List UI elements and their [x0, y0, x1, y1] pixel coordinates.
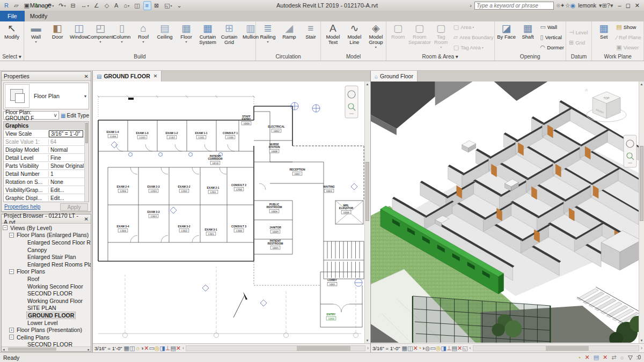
ribbon-button[interactable]: ↖ Modify: [1, 22, 23, 53]
status-icon[interactable]: ◔: [577, 354, 581, 361]
ribbon-button[interactable]: ⊞ Grid: [567, 38, 590, 48]
ribbon-button[interactable]: ▦ Floor ▾: [175, 22, 197, 53]
tree-item[interactable]: SECOND FLOOR: [2, 341, 91, 347]
qat-button[interactable]: ↔ ▾: [79, 1, 91, 10]
edit-type-button[interactable]: ▦ Edit Type: [61, 113, 89, 119]
property-row[interactable]: Graphics: [4, 122, 84, 130]
window-control[interactable]: ◻: [624, 2, 633, 9]
view-bar-icon[interactable]: ◍: [425, 345, 430, 351]
ribbon-button[interactable]: ◠ Dormer: [539, 42, 567, 53]
tree-item[interactable]: − Views (By Level): [2, 224, 91, 232]
tree-item[interactable]: Roof: [2, 275, 91, 283]
file-tab[interactable]: File: [0, 11, 25, 21]
property-row[interactable]: Scale Value 1: 64: [4, 138, 84, 146]
ribbon-button[interactable]: ◰ Component ▾: [90, 22, 111, 53]
tree-item[interactable]: Canopy: [2, 246, 91, 254]
infocenter-arrow-icon[interactable]: ›: [470, 2, 472, 9]
ribbon-button[interactable]: ▬ Wall ▾: [25, 22, 47, 53]
ribbon-button[interactable]: ▱ Area Boundary: [452, 32, 496, 42]
ribbon-button[interactable]: ◧ Door: [47, 22, 68, 53]
qat-button[interactable]: R: [2, 1, 11, 10]
tree-item[interactable]: Working Ground Floor: [2, 297, 91, 305]
qat-button[interactable]: ⊠: [152, 1, 162, 10]
scroll-right-arrow[interactable]: ›: [367, 345, 369, 351]
qat-button[interactable]: ⊟: [69, 1, 78, 10]
navigation-bar[interactable]: [345, 86, 358, 118]
ribbon-button[interactable]: ≣ Railing ▾: [257, 22, 279, 53]
tree-item[interactable]: SITE PLAN: [2, 305, 91, 312]
properties-scrollbar[interactable]: [84, 122, 89, 202]
status-icon[interactable]: ✕: [584, 354, 589, 361]
view-bar-icon[interactable]: ✕: [176, 345, 181, 351]
property-row[interactable]: Visibility/Grap... Edit...: [4, 186, 84, 194]
ribbon-button[interactable]: ∕ Ref Plane: [614, 32, 644, 42]
title-icon[interactable]: ⊞: [602, 2, 607, 9]
scroll-left-arrow[interactable]: ‹: [182, 345, 184, 351]
ribbon-button[interactable]: ▢ Tag Area ▾: [452, 42, 496, 53]
tab-ground-floor-3d[interactable]: ⌂ Ground Floor: [371, 71, 418, 82]
title-icon[interactable]: ☆: [565, 2, 570, 9]
ribbon-button[interactable]: ▦ Curtain System: [197, 22, 218, 53]
tab-ground-floor-plan[interactable]: ▤ GROUND FLOOR ✕: [93, 71, 162, 82]
title-icon[interactable]: ⌾: [557, 2, 560, 9]
ribbon-button[interactable]: ◢ Ramp: [279, 22, 300, 53]
ribbon-button[interactable]: ▦ Shaft: [517, 22, 539, 53]
scroll-right-arrow[interactable]: ›: [641, 345, 642, 351]
ribbon-button[interactable]: ⌂ Roof ▾: [133, 22, 154, 53]
ribbon-button[interactable]: ◪ By Face: [496, 22, 517, 53]
view-bar-icon[interactable]: ▦: [402, 345, 407, 351]
ribbon-button[interactable]: ▯ Vertical: [539, 32, 567, 42]
search-input[interactable]: [474, 2, 554, 10]
navigation-bar[interactable]: [624, 135, 636, 167]
signed-in-user[interactable]: lemonk: [578, 2, 596, 9]
property-row[interactable]: Detail Level Fine: [4, 154, 84, 162]
view-bar-icon[interactable]: ▤: [170, 345, 175, 351]
properties-help-link[interactable]: Properties help: [4, 204, 40, 210]
window-control[interactable]: ✕: [633, 2, 642, 9]
tree-item[interactable]: Lower Level: [2, 319, 91, 327]
ribbon-button[interactable]: ▢ Room Separator: [409, 22, 430, 53]
ribbon-button[interactable]: ▣ Viewer: [614, 42, 644, 53]
status-icon[interactable]: ▤: [594, 354, 599, 361]
qat-button[interactable]: ⌂ ▾: [121, 1, 131, 10]
title-icon[interactable]: ◉: [570, 2, 576, 9]
ribbon-button[interactable]: ⊞ Curtain Grid: [218, 22, 240, 53]
panel-label[interactable]: Select ▾: [1, 53, 23, 61]
ribbon-button[interactable]: ▦ Set: [593, 22, 614, 53]
tree-item[interactable]: Working Second Floor: [2, 283, 91, 290]
ribbon-tab[interactable]: Manage: [25, 0, 67, 11]
close-icon[interactable]: ✕: [84, 216, 89, 222]
scroll-left-arrow[interactable]: ‹: [470, 345, 471, 351]
qat-button[interactable]: ◫: [132, 1, 142, 10]
property-row[interactable]: View Scale 3/16" = 1'-0": [4, 130, 84, 138]
filter-icon[interactable]: ▽: [628, 354, 632, 361]
view-bar-icon[interactable]: ◑: [421, 345, 425, 351]
qat-button[interactable]: ∠: [92, 1, 102, 10]
qat-button[interactable]: ◇: [103, 1, 112, 10]
view-bar-icon[interactable]: ◫: [129, 345, 135, 351]
ribbon-button[interactable]: A Model Text: [322, 22, 343, 53]
close-icon[interactable]: ✕: [153, 73, 158, 79]
view-selector-combo[interactable]: Floor Plan: GROUND F ˅: [3, 111, 59, 120]
view-bar-icon[interactable]: ◨: [441, 345, 447, 351]
tree-item[interactable]: Enlarged Rest Rooms Pla: [2, 261, 91, 268]
ribbon-button[interactable]: ◫ Window: [68, 22, 90, 53]
expand-collapse-icon[interactable]: −: [9, 335, 14, 339]
chevron-down-icon[interactable]: ▾: [82, 94, 89, 99]
expand-collapse-icon[interactable]: −: [3, 225, 8, 230]
ribbon-tab[interactable]: Modify: [25, 11, 67, 21]
qat-button[interactable]: A: [112, 1, 121, 10]
tree-item[interactable]: − Ceiling Plans: [2, 334, 91, 341]
title-icon[interactable]: ✦: [560, 2, 565, 9]
scale-button[interactable]: 3/16" = 1'-0": [94, 345, 122, 351]
tree-item[interactable]: − Floor Plans: [2, 268, 91, 276]
property-row[interactable]: Graphic Displ... Edit...: [4, 194, 84, 202]
view-bar-icon[interactable]: ▤: [452, 345, 457, 351]
3d-h-scrollbar[interactable]: [473, 345, 639, 351]
tree-item[interactable]: + Floor Plans (Presentation): [2, 326, 91, 334]
tree-item[interactable]: SECOND FLOOR: [2, 290, 91, 297]
qat-button[interactable]: ◱ ▾: [162, 1, 174, 10]
ribbon-button[interactable]: ◈ Model Group ▾: [365, 22, 386, 53]
view-bar-icon[interactable]: ▭: [430, 345, 436, 351]
view-bar-icon[interactable]: ▭: [149, 345, 154, 351]
